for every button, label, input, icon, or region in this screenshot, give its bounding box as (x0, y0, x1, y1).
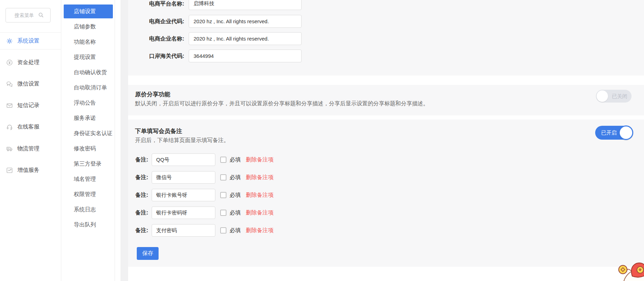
submenu-item-domain-management[interactable]: 域名管理 (64, 172, 113, 186)
submenu-item-permission-management[interactable]: 权限管理 (64, 187, 113, 201)
chart-icon (6, 167, 13, 174)
note-row: 备注: 必填 删除备注项 (128, 171, 644, 184)
save-button[interactable]: 保存 (137, 247, 159, 260)
section-title: 下单填写会员备注 (135, 127, 182, 135)
field-label: 电商企业名称: (135, 32, 184, 45)
customs-code-input[interactable] (189, 50, 302, 62)
sidebar-item-label: 资金处理 (17, 59, 39, 66)
delete-note-link[interactable]: 删除备注项 (246, 189, 274, 201)
sidebar-item-sms[interactable]: 短信记录 (0, 98, 61, 112)
note-row: 备注: 必填 删除备注项 (128, 224, 644, 237)
sidebar-item-label: 物流管理 (17, 145, 39, 152)
delete-note-link[interactable]: 删除备注项 (246, 171, 274, 184)
enterprise-code-input[interactable] (189, 15, 302, 28)
submenu-item-floating-notice[interactable]: 浮动公告 (64, 96, 113, 110)
submenu-item-id-verification[interactable]: 身份证实名认证 (64, 126, 113, 140)
gear-icon (6, 38, 13, 44)
note-row: 备注: 必填 删除备注项 (128, 189, 644, 201)
submenu-item-shop-settings[interactable]: 店铺设置 (64, 5, 113, 18)
required-label: 必填 (230, 207, 241, 219)
sidebar-item-label: 微信设置 (17, 80, 39, 88)
submenu-item-change-password[interactable]: 修改密码 (64, 142, 113, 156)
sidebar-item-label: 短信记录 (17, 102, 39, 109)
note-label: 备注: (134, 224, 148, 237)
submenu-item-system-log[interactable]: 系统日志 (64, 203, 113, 217)
delete-note-link[interactable]: 删除备注项 (246, 153, 274, 166)
headset-icon (6, 124, 13, 130)
required-checkbox[interactable] (220, 227, 226, 234)
note-input[interactable] (152, 171, 215, 184)
required-checkbox[interactable] (220, 192, 226, 198)
sidebar-item-logistics[interactable]: 物流管理 (0, 142, 61, 156)
price-share-toggle[interactable]: 已关闭 (596, 90, 632, 103)
submenu-item-service-promise[interactable]: 服务承诺 (64, 111, 113, 125)
sidebar-item-label: 在线客服 (17, 123, 39, 131)
sidebar-item-label: 系统设置 (17, 37, 39, 45)
panel-scrollbar-track[interactable] (120, 0, 128, 281)
note-row: 备注: 必填 删除备注项 (128, 207, 644, 219)
submenu-item-auto-cancel-order[interactable]: 自动取消订单 (64, 81, 113, 95)
settings-submenu: 店铺设置 店铺参数 功能名称 提现设置 自动确认收货 自动取消订单 浮动公告 服… (61, 0, 115, 281)
toggle-label: 已开启 (601, 126, 617, 140)
menu-search-input[interactable] (6, 8, 51, 23)
price-share-card: 原价分享功能 默认关闭，开启后可以进行原价分享，并且可以设置原价分享标题和分享描… (128, 85, 644, 115)
platform-name-input[interactable] (189, 0, 302, 10)
required-checkbox[interactable] (220, 210, 226, 216)
submenu-item-third-party-login[interactable]: 第三方登录 (64, 157, 113, 171)
sidebar-divider (0, 49, 61, 50)
submenu-item-withdraw-settings[interactable]: 提现设置 (64, 50, 113, 64)
form-row-platform-name: 电商平台名称: (128, 0, 644, 10)
sidebar-item-online-service[interactable]: 在线客服 (0, 120, 61, 134)
note-label: 备注: (134, 153, 148, 166)
sidebar-item-label: 增值服务 (17, 167, 39, 174)
required-label: 必填 (230, 171, 241, 184)
required-label: 必填 (230, 153, 241, 166)
sidebar-divider (0, 32, 61, 33)
field-label: 口岸海关代码: (135, 50, 184, 62)
delete-note-link[interactable]: 删除备注项 (246, 207, 274, 219)
submenu-item-auto-confirm-receipt[interactable]: 自动确认收货 (64, 65, 113, 79)
member-notes-toggle[interactable]: 已开启 (595, 126, 632, 140)
yen-circle-icon (6, 59, 13, 66)
field-label: 电商企业代码: (135, 15, 184, 28)
required-checkbox[interactable] (220, 157, 226, 163)
envelope-icon (6, 102, 13, 109)
section-title: 原价分享功能 (135, 90, 170, 98)
field-label: 电商平台名称: (135, 0, 184, 10)
truck-icon (6, 146, 13, 152)
menu-search (6, 8, 51, 23)
red-envelope-mascot[interactable] (612, 255, 644, 281)
main-sidebar: 系统设置 资金处理 微信设置 短信记录 (0, 0, 61, 281)
submenu-item-feature-names[interactable]: 功能名称 (64, 35, 113, 49)
main-content: 电商平台名称: 电商企业代码: 电商企业名称: 口岸海关代码: 原价分享功能 默… (128, 0, 644, 281)
wechat-icon (6, 81, 13, 87)
shop-info-card: 电商平台名称: 电商企业代码: 电商企业名称: 口岸海关代码: (128, 0, 644, 76)
submenu-item-export-queue[interactable]: 导出队列 (64, 218, 113, 232)
toggle-knob (597, 90, 608, 102)
required-checkbox[interactable] (220, 174, 226, 181)
enterprise-name-input[interactable] (189, 32, 302, 45)
form-row-enterprise-code: 电商企业代码: (128, 15, 644, 28)
note-input[interactable] (152, 153, 215, 166)
required-label: 必填 (230, 224, 241, 237)
admin-settings-screen: 系统设置 资金处理 微信设置 短信记录 (0, 0, 644, 281)
sidebar-item-value-added[interactable]: 增值服务 (0, 163, 61, 177)
form-row-customs-code: 口岸海关代码: (128, 50, 644, 62)
delete-note-link[interactable]: 删除备注项 (246, 224, 274, 237)
note-input[interactable] (152, 207, 215, 219)
note-input[interactable] (152, 189, 215, 201)
section-description: 开启后，下单结算页面显示填写备注。 (135, 137, 229, 144)
sidebar-item-funds[interactable]: 资金处理 (0, 55, 61, 69)
toggle-label: 已关闭 (612, 90, 627, 103)
note-label: 备注: (134, 171, 148, 184)
sidebar-item-wechat[interactable]: 微信设置 (0, 77, 61, 91)
section-description: 默认关闭，开启后可以进行原价分享，并且可以设置原价分享标题和分享描述，分享后显示… (135, 100, 429, 107)
sidebar-item-system-settings[interactable]: 系统设置 (0, 34, 61, 48)
note-row: 备注: 必填 删除备注项 (128, 153, 644, 166)
note-input[interactable] (152, 224, 215, 237)
note-label: 备注: (134, 207, 148, 219)
form-row-enterprise-name: 电商企业名称: (128, 32, 644, 45)
note-label: 备注: (134, 189, 148, 201)
submenu-item-shop-params[interactable]: 店铺参数 (64, 20, 113, 34)
member-notes-card: 下单填写会员备注 开启后，下单结算页面显示填写备注。 已开启 备注: 必填 删除… (128, 120, 644, 267)
